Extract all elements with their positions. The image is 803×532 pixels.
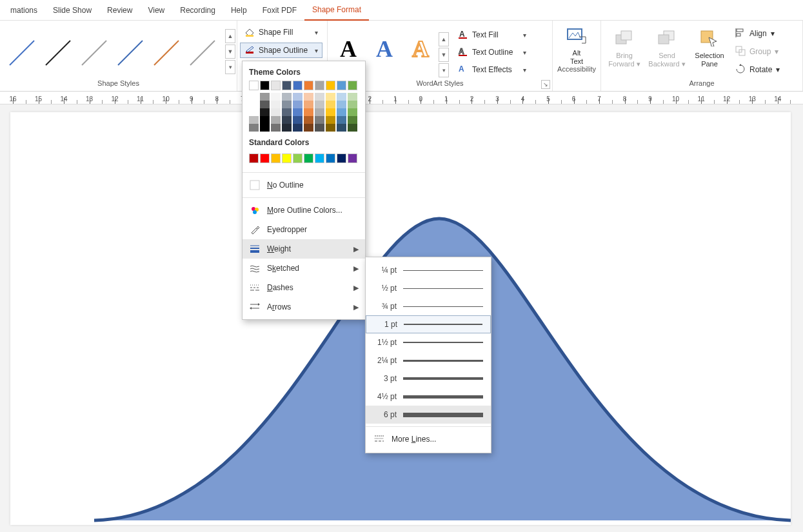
align-button[interactable]: Align▾: [733, 26, 782, 41]
tab-animations[interactable]: mations: [3, 0, 45, 21]
more-lines-item[interactable]: More Lines...: [366, 429, 491, 449]
color-swatch[interactable]: [282, 153, 292, 163]
color-swatch[interactable]: [271, 124, 281, 132]
color-swatch[interactable]: [293, 101, 302, 108]
shape-style-gallery[interactable]: [0, 31, 225, 70]
color-swatch[interactable]: [348, 81, 357, 90]
text-outline-button[interactable]: A Text Outline▾: [455, 44, 529, 60]
color-swatch[interactable]: [260, 116, 270, 124]
color-swatch[interactable]: [337, 93, 346, 101]
color-swatch[interactable]: [315, 108, 324, 116]
color-swatch[interactable]: [271, 153, 281, 163]
wordart-dialog-launcher[interactable]: ↘: [541, 80, 550, 89]
color-swatch[interactable]: [260, 153, 270, 163]
wordart-gallery[interactable]: A A A: [329, 25, 437, 66]
color-swatch[interactable]: [315, 93, 324, 101]
weight-option[interactable]: ¼ pt: [366, 261, 491, 279]
arrows-item[interactable]: Arrows ▶: [243, 297, 365, 317]
color-swatch[interactable]: [249, 153, 259, 163]
color-swatch[interactable]: [249, 124, 259, 132]
shape-style-swatch[interactable]: [112, 35, 147, 70]
color-swatch[interactable]: [293, 124, 302, 132]
color-swatch[interactable]: [326, 81, 335, 90]
sketched-item[interactable]: Sketched ▶: [243, 259, 365, 278]
color-swatch[interactable]: [282, 81, 292, 90]
color-swatch[interactable]: [348, 116, 357, 124]
dashes-item[interactable]: Dashes ▶: [243, 278, 365, 297]
weight-option[interactable]: 4½ pt: [366, 388, 491, 406]
tab-review[interactable]: Review: [99, 0, 140, 21]
color-swatch[interactable]: [337, 153, 346, 163]
color-swatch[interactable]: [282, 101, 292, 108]
weight-option[interactable]: 3 pt: [366, 369, 491, 388]
color-swatch[interactable]: [326, 93, 335, 101]
more-outline-colors-item[interactable]: More Outline Colors...: [243, 201, 365, 220]
color-swatch[interactable]: [271, 116, 281, 124]
wordart-scroll-up[interactable]: ▲: [439, 32, 449, 46]
color-swatch[interactable]: [282, 116, 292, 124]
weight-option[interactable]: 1 pt: [366, 315, 491, 333]
color-swatch[interactable]: [348, 153, 357, 163]
shape-fill-button[interactable]: Shape Fill ▾: [240, 25, 322, 40]
color-swatch[interactable]: [260, 101, 270, 108]
no-outline-item[interactable]: No Outline: [243, 175, 365, 195]
color-swatch[interactable]: [249, 116, 259, 124]
send-backward-button[interactable]: Send Backward ▾: [646, 23, 688, 68]
shape-style-swatch[interactable]: [76, 35, 111, 70]
color-swatch[interactable]: [271, 108, 281, 116]
shape-style-swatch[interactable]: [40, 35, 75, 70]
group-button[interactable]: Group▾: [733, 44, 782, 59]
weight-option[interactable]: ¾ pt: [366, 297, 491, 315]
color-swatch[interactable]: [326, 116, 335, 124]
color-swatch[interactable]: [315, 101, 324, 108]
color-swatch[interactable]: [282, 124, 292, 132]
color-swatch[interactable]: [337, 124, 346, 132]
color-swatch[interactable]: [271, 101, 281, 108]
color-swatch[interactable]: [293, 116, 302, 124]
shape-style-swatch[interactable]: [4, 35, 39, 70]
color-swatch[interactable]: [293, 153, 302, 163]
color-swatch[interactable]: [260, 124, 270, 132]
bring-forward-button[interactable]: Bring Forward ▾: [604, 23, 645, 68]
color-swatch[interactable]: [260, 93, 270, 101]
text-fill-button[interactable]: A Text Fill▾: [455, 27, 529, 43]
shape-style-swatch[interactable]: [184, 35, 219, 70]
tab-shape-format[interactable]: Shape Format: [304, 0, 369, 21]
color-swatch[interactable]: [326, 124, 335, 132]
selection-pane-button[interactable]: Selection Pane: [689, 23, 730, 68]
color-swatch[interactable]: [304, 124, 313, 132]
text-effects-button[interactable]: A Text Effects▾: [455, 62, 529, 77]
alt-text-button[interactable]: Alt Text: [553, 21, 600, 65]
weight-option[interactable]: 6 pt: [366, 406, 491, 424]
shape-style-swatch[interactable]: [148, 35, 183, 70]
gallery-more[interactable]: ▾: [225, 60, 235, 74]
weight-item[interactable]: Weight ▶: [243, 239, 365, 259]
color-swatch[interactable]: [315, 81, 324, 90]
color-swatch[interactable]: [304, 153, 313, 163]
color-swatch[interactable]: [249, 81, 259, 90]
color-swatch[interactable]: [271, 81, 281, 90]
rotate-button[interactable]: Rotate▾: [733, 62, 782, 77]
color-swatch[interactable]: [326, 108, 335, 116]
color-swatch[interactable]: [348, 93, 357, 101]
color-swatch[interactable]: [293, 93, 302, 101]
color-swatch[interactable]: [337, 108, 346, 116]
tab-view[interactable]: View: [140, 0, 172, 21]
gallery-scroll-up[interactable]: ▲: [225, 29, 235, 43]
color-swatch[interactable]: [249, 101, 259, 108]
color-swatch[interactable]: [293, 81, 302, 90]
color-swatch[interactable]: [337, 101, 346, 108]
color-swatch[interactable]: [315, 116, 324, 124]
wordart-scroll-down[interactable]: ▼: [439, 48, 449, 62]
color-swatch[interactable]: [293, 108, 302, 116]
color-swatch[interactable]: [326, 153, 335, 163]
weight-option[interactable]: 1½ pt: [366, 333, 491, 351]
tab-help[interactable]: Help: [223, 0, 255, 21]
color-swatch[interactable]: [304, 108, 313, 116]
color-swatch[interactable]: [304, 116, 313, 124]
color-swatch[interactable]: [304, 81, 313, 90]
color-swatch[interactable]: [249, 93, 259, 101]
color-swatch[interactable]: [304, 93, 313, 101]
shape-outline-button[interactable]: Shape Outline ▾: [240, 43, 322, 58]
color-swatch[interactable]: [348, 124, 357, 132]
